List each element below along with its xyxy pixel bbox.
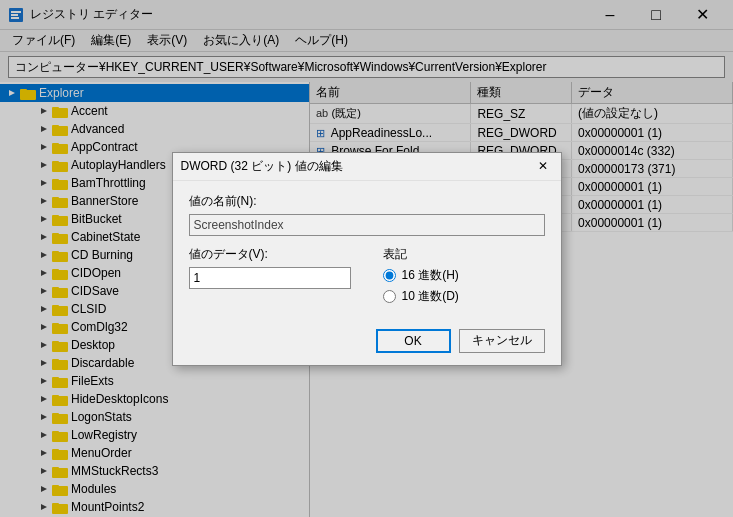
radio-dec[interactable]: 10 進数(D) [383, 288, 545, 305]
ok-button[interactable]: OK [376, 329, 451, 353]
radio-hex[interactable]: 16 進数(H) [383, 267, 545, 284]
dialog-title-bar: DWORD (32 ビット) 値の編集 ✕ [173, 153, 561, 181]
value-data-label: 値のデータ(V): [189, 246, 351, 263]
radio-group-base: 16 進数(H) 10 進数(D) [383, 267, 545, 305]
value-data-col: 値のデータ(V): [189, 246, 351, 305]
dialog-body: 値の名前(N): 値のデータ(V): 表記 16 進数(H) [173, 181, 561, 365]
base-col: 表記 16 進数(H) 10 進数(D) [367, 246, 545, 305]
value-data-input[interactable] [189, 267, 351, 289]
value-data-row: 値のデータ(V): 表記 16 進数(H) 10 進数(D) [189, 246, 545, 305]
value-name-field: 値の名前(N): [189, 193, 545, 236]
radio-dec-input[interactable] [383, 290, 396, 303]
radio-dec-label: 10 進数(D) [402, 288, 459, 305]
base-label: 表記 [383, 246, 545, 263]
radio-hex-input[interactable] [383, 269, 396, 282]
dialog-title: DWORD (32 ビット) 値の編集 [181, 158, 343, 175]
edit-dialog: DWORD (32 ビット) 値の編集 ✕ 値の名前(N): 値のデータ(V):… [172, 152, 562, 366]
value-name-input[interactable] [189, 214, 545, 236]
dialog-close-button[interactable]: ✕ [533, 156, 553, 176]
cancel-button[interactable]: キャンセル [459, 329, 545, 353]
dialog-overlay: DWORD (32 ビット) 値の編集 ✕ 値の名前(N): 値のデータ(V):… [0, 0, 733, 517]
radio-hex-label: 16 進数(H) [402, 267, 459, 284]
dialog-buttons: OK キャンセル [189, 321, 545, 353]
value-name-label: 値の名前(N): [189, 193, 545, 210]
